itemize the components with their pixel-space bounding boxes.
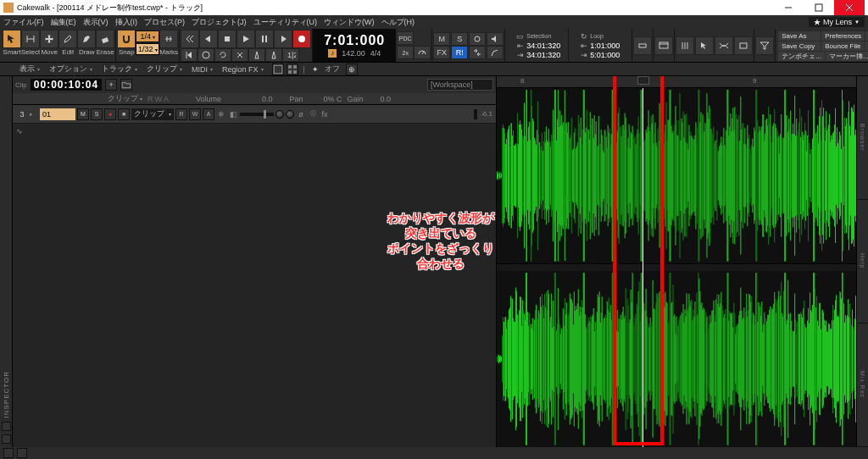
track-arm-button[interactable]: ● (104, 108, 116, 120)
insert-marker-button[interactable]: マーカー挿... (826, 52, 868, 61)
status-icon-2[interactable] (17, 448, 27, 458)
global-mute-button[interactable]: M (433, 32, 450, 46)
track-write-button[interactable]: W (189, 108, 201, 120)
tv-menu-midi[interactable]: MIDI▾ (188, 64, 216, 75)
add-view-button[interactable] (272, 64, 284, 75)
my-lens-menu[interactable]: My Lens ▼ (809, 17, 865, 27)
tv-menu-regionfx[interactable]: Region FX▾ (219, 64, 267, 75)
smart-tool-button[interactable] (3, 30, 21, 48)
secondary-time-display[interactable]: 00:00:10:04 (31, 79, 102, 91)
select-tool-alt-button[interactable] (695, 36, 714, 55)
nudge-button[interactable] (734, 36, 753, 55)
playhead[interactable] (643, 88, 643, 447)
save-as-button[interactable]: Save As (778, 31, 821, 41)
save-copy-button[interactable]: Save Copy (778, 41, 821, 51)
snap-value-b[interactable]: 1/32▾ (136, 43, 159, 55)
rewind-button[interactable] (199, 30, 218, 48)
loop-from[interactable]: 1:01:000 (590, 41, 628, 50)
track-auto-button[interactable]: A (203, 108, 214, 120)
tv-menu-tracks[interactable]: トラック▾ (98, 64, 141, 75)
track-freeze-button[interactable]: ❄ (216, 109, 226, 119)
track-gain-knob[interactable] (286, 110, 294, 119)
move-tool-button[interactable] (40, 30, 58, 48)
track-phase-button[interactable]: ø (296, 109, 306, 119)
track-interleave-button[interactable]: ⦾ (308, 109, 318, 119)
time-display[interactable]: 7:01:000 ♪ 142.00 4/4 (313, 29, 396, 62)
browser-tab[interactable]: Browser (857, 76, 868, 200)
screenset-button[interactable] (654, 36, 673, 55)
input-echo-button[interactable] (231, 48, 248, 62)
event-filter-button[interactable] (755, 36, 774, 55)
window-minimize-button[interactable] (773, 0, 804, 15)
forward-button[interactable] (274, 30, 292, 48)
waveform-pane[interactable]: 8 9 (496, 76, 856, 447)
preferences-button[interactable]: Preferences (821, 31, 865, 41)
tv-menu-clips[interactable]: クリップ▾ (143, 64, 186, 75)
menu-file[interactable]: ファイル(F) (3, 17, 44, 28)
track-folder-button[interactable] (120, 79, 132, 91)
pause-button[interactable] (255, 30, 274, 48)
inspector-strip[interactable]: INSPECTOR (0, 76, 13, 447)
tempo-change-button[interactable]: テンポチェ... (778, 52, 825, 61)
snap-value-a[interactable]: 1/4▾ (136, 30, 159, 42)
track-solo-button[interactable]: S (91, 108, 103, 120)
crossfade-button[interactable] (715, 36, 733, 55)
speed-icon-button[interactable] (414, 46, 431, 59)
stop-button[interactable] (218, 30, 236, 48)
track-mute-button[interactable]: M (77, 108, 89, 120)
ripple-edit-button[interactable] (676, 36, 694, 55)
dim-solo-button[interactable] (487, 32, 504, 46)
punch-button[interactable] (633, 36, 652, 55)
menu-view[interactable]: 表示(V) (83, 17, 108, 28)
selection-from[interactable]: 34:01:320 (526, 41, 565, 50)
menu-window[interactable]: ウィンドウ(W) (324, 17, 375, 28)
track-archive-button[interactable]: ◧ (228, 109, 238, 119)
menu-help[interactable]: ヘルプ(H) (381, 17, 415, 28)
track-input-echo-button[interactable]: ■ (118, 108, 130, 120)
inspector-toggle-button[interactable] (2, 422, 11, 431)
window-maximize-button[interactable] (804, 0, 834, 15)
offset-mode-button[interactable] (469, 46, 486, 59)
loop-to[interactable]: 5:01:000 (590, 51, 628, 59)
tv-menu-view[interactable]: 表示▾ (16, 64, 43, 75)
track-name[interactable]: 01 (40, 108, 75, 120)
now-marker[interactable] (637, 76, 649, 85)
track-clip-dropdown[interactable]: クリップ▾ (131, 108, 174, 120)
marks-button[interactable] (159, 30, 178, 48)
track-row[interactable]: 3 ▸ 01 M S ● ■ クリップ▾ R W A ❄ ◧ ø ⦾ (13, 105, 496, 124)
audio-engine-button[interactable] (198, 48, 214, 62)
half-speed-button[interactable]: 2x (397, 46, 414, 59)
help-tab[interactable]: Help (857, 200, 868, 324)
global-fx-button[interactable]: FX (433, 46, 450, 59)
slide-button[interactable]: スライド (865, 41, 868, 51)
erase-tool-button[interactable] (96, 30, 114, 48)
track-pan-knob[interactable] (275, 110, 284, 119)
selection-to[interactable]: 34:01:320 (526, 51, 565, 59)
menu-project[interactable]: プロジェクト(J) (192, 17, 247, 28)
waveform-area[interactable] (497, 88, 856, 447)
grid-view-button[interactable] (287, 64, 298, 75)
mix-rec-tab[interactable]: Mix Rec (857, 324, 868, 447)
edit-tool-button[interactable] (58, 30, 77, 48)
exclusive-solo-button[interactable] (469, 32, 486, 46)
track-read-button[interactable]: R (175, 108, 187, 120)
menu-edit[interactable]: 編集(E) (51, 17, 76, 28)
workspace-selector[interactable]: [Workspace] (427, 79, 493, 91)
menu-utilities[interactable]: ユーティリティ(U) (253, 17, 318, 28)
track-volume-knob[interactable] (240, 113, 274, 116)
skip-back-button[interactable] (181, 30, 199, 48)
select-tool-button[interactable] (21, 30, 40, 48)
automation-write-button[interactable] (487, 46, 504, 59)
read-automation-mode-button[interactable]: R! (451, 46, 468, 59)
menu-process[interactable]: プロセス(P) (144, 17, 185, 28)
reset-button[interactable] (214, 48, 231, 62)
global-solo-button[interactable]: S (451, 32, 468, 46)
inspector-toggle-2-button[interactable] (2, 434, 11, 444)
pdc-button[interactable]: PDC (397, 31, 414, 45)
time-ruler[interactable]: 8 9 (497, 76, 856, 88)
metronome-rec-button[interactable] (248, 48, 265, 62)
expand-view-button[interactable]: ⊕ (346, 64, 358, 75)
track-expand-button[interactable]: ▸ (30, 111, 38, 118)
play-button[interactable] (236, 30, 255, 48)
go-to-start-button[interactable] (181, 48, 198, 62)
